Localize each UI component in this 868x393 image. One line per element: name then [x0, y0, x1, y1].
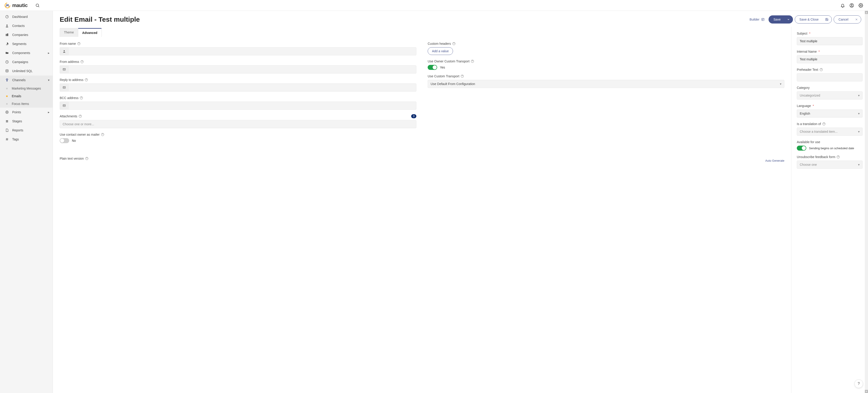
- reply-to-input[interactable]: [68, 84, 416, 92]
- use-owner-transport-toggle[interactable]: [428, 65, 437, 70]
- tab-theme[interactable]: Theme: [60, 28, 78, 37]
- help-icon[interactable]: [80, 96, 83, 99]
- nav-tags[interactable]: Tags: [0, 135, 53, 144]
- use-contact-owner-toggle[interactable]: [60, 138, 69, 143]
- auto-generate-link[interactable]: Auto Generate: [428, 159, 784, 162]
- help-fab[interactable]: ?: [855, 380, 863, 388]
- internal-name-input[interactable]: [797, 55, 863, 63]
- subnav-emails[interactable]: Emails: [0, 92, 53, 100]
- nav-label: Unlimited SQL: [12, 69, 33, 73]
- field-subject: Subject*: [797, 32, 863, 45]
- field-use-owner-transport: Use Owner Custom Transport Yes: [428, 59, 784, 70]
- subject-input[interactable]: [797, 37, 863, 45]
- top-bar: mautic: [0, 0, 868, 11]
- nav-stages[interactable]: Stages: [0, 117, 53, 126]
- nav-segments[interactable]: Segments: [0, 39, 53, 49]
- help-icon[interactable]: [837, 155, 840, 158]
- save-close-button[interactable]: Save & Close: [795, 16, 832, 24]
- category-value: Uncategorized: [800, 94, 820, 97]
- builder-button[interactable]: Builder: [747, 16, 767, 23]
- attachments-count-badge: 0: [411, 114, 416, 118]
- help-icon[interactable]: [101, 133, 104, 136]
- gear-icon: [859, 3, 863, 8]
- svg-point-4: [851, 4, 852, 5]
- field-bcc: BCC address: [60, 96, 416, 110]
- custom-headers-label: Custom headers: [428, 42, 451, 46]
- nav-label: Channels: [12, 78, 26, 82]
- help-icon[interactable]: [77, 42, 81, 45]
- account-button[interactable]: [847, 1, 856, 10]
- cancel-label: Cancel: [838, 18, 848, 21]
- help-icon[interactable]: [85, 157, 88, 160]
- nav-reports[interactable]: Reports: [0, 126, 53, 135]
- brand-logo[interactable]: mautic: [3, 2, 29, 8]
- translation-value: Choose a translated item...: [800, 130, 837, 133]
- from-address-input[interactable]: [68, 65, 416, 73]
- chevron-right-icon: ▸: [48, 51, 50, 55]
- unsubscribe-select[interactable]: Choose one ▾: [797, 160, 863, 169]
- chevron-right-icon: ▸: [48, 110, 50, 114]
- save-button[interactable]: Save: [769, 16, 793, 24]
- cancel-button[interactable]: Cancel: [834, 16, 861, 24]
- search-button[interactable]: [34, 2, 41, 9]
- available-toggle[interactable]: [797, 146, 806, 151]
- header-actions: Builder Save Save & Close Cancel: [747, 16, 861, 24]
- settings-button[interactable]: [856, 1, 865, 10]
- nav-components[interactable]: Components ▸: [0, 49, 53, 57]
- subnav-marketing-messages[interactable]: Marketing Messages: [0, 85, 53, 92]
- subnav-focus-items[interactable]: Focus Items: [0, 100, 53, 108]
- folder-icon: [5, 51, 9, 55]
- field-preheader: Preheader Text: [797, 68, 863, 82]
- attachments-select[interactable]: Choose one or more...: [60, 120, 416, 128]
- bcc-input[interactable]: [68, 101, 416, 110]
- svg-point-26: [64, 50, 65, 51]
- from-name-input[interactable]: [68, 47, 416, 55]
- field-custom-headers: Custom headers Add a value: [428, 42, 784, 55]
- nav-label: Points: [12, 110, 21, 114]
- scroll-up-icon[interactable]: ▲: [865, 11, 868, 14]
- language-label: Language: [797, 104, 811, 108]
- unsubscribe-label: Unsubscribe feedback form: [797, 155, 835, 159]
- preheader-label: Preheader Text: [797, 68, 818, 71]
- help-icon[interactable]: [471, 60, 474, 63]
- translation-select[interactable]: Choose a translated item... ▾: [797, 127, 863, 136]
- nav-unlimited-sql[interactable]: Unlimited SQL: [0, 66, 53, 75]
- category-select[interactable]: Uncategorized ▾: [797, 91, 863, 99]
- language-select[interactable]: English ▾: [797, 110, 863, 118]
- nav-dashboard[interactable]: Dashboard: [0, 12, 53, 21]
- help-icon[interactable]: [85, 78, 88, 82]
- caret-down-icon: ▾: [858, 163, 860, 167]
- nav-label: Contacts: [12, 24, 25, 28]
- help-icon[interactable]: [79, 115, 82, 118]
- language-value: English: [800, 112, 810, 115]
- svg-rect-19: [762, 18, 764, 21]
- help-icon[interactable]: [461, 74, 464, 78]
- help-icon[interactable]: [819, 68, 823, 71]
- notifications-button[interactable]: [838, 1, 847, 10]
- subnav-label: Focus Items: [12, 102, 29, 105]
- sidebar: Dashboard Contacts Companies Segments Co…: [0, 11, 53, 393]
- page-title: Edit Email - Test multiple: [60, 16, 743, 23]
- help-icon[interactable]: [822, 122, 826, 125]
- tab-advanced[interactable]: Advanced: [78, 28, 102, 37]
- nav-channels[interactable]: Channels ▾: [0, 75, 53, 85]
- field-internal-name: Internal Name*: [797, 50, 863, 63]
- add-header-button[interactable]: Add a value: [428, 47, 453, 55]
- attachments-placeholder: Choose one or more...: [63, 122, 94, 126]
- nav-label: Tags: [12, 138, 19, 141]
- chevron-down-icon: [787, 18, 790, 21]
- nav-campaigns[interactable]: Campaigns: [0, 57, 53, 66]
- nav-companies[interactable]: Companies: [0, 30, 53, 39]
- help-icon[interactable]: [452, 42, 456, 45]
- use-contact-owner-label: Use contact owner as mailer: [60, 133, 100, 137]
- vertical-scrollbar[interactable]: ▲ ▼: [865, 11, 868, 393]
- nav-points[interactable]: Points ▸: [0, 108, 53, 117]
- nav-contacts[interactable]: Contacts: [0, 21, 53, 30]
- reply-to-label: Reply to address: [60, 78, 84, 82]
- help-icon[interactable]: [81, 60, 84, 63]
- scroll-down-icon[interactable]: ▼: [865, 390, 868, 393]
- svg-point-14: [6, 112, 7, 113]
- preheader-input[interactable]: [797, 73, 863, 82]
- use-custom-transport-select[interactable]: Use Default From Configuration ▾: [428, 80, 784, 88]
- field-from-address: From address: [60, 60, 416, 73]
